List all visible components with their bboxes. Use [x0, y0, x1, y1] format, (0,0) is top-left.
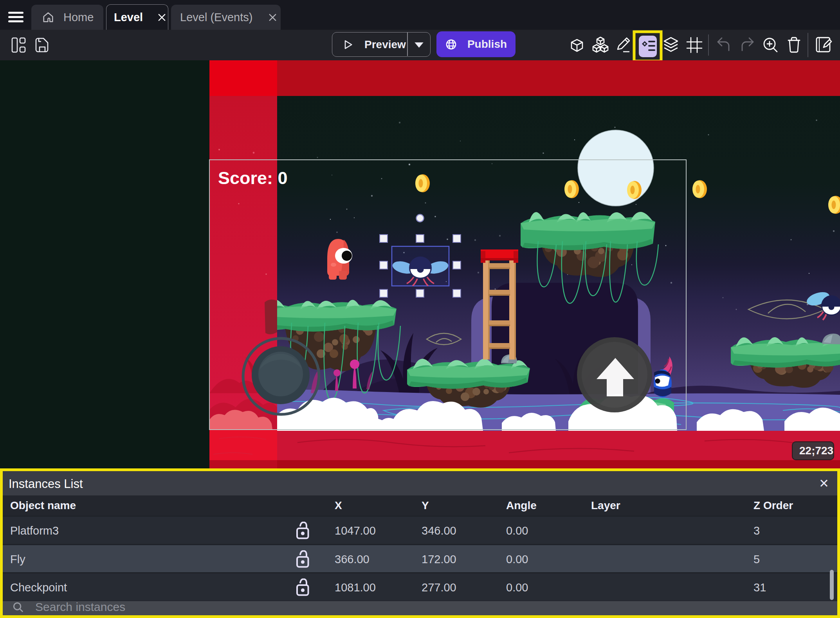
svg-text:22;723: 22;723	[799, 445, 833, 457]
svg-text:Score: 0: Score: 0	[218, 168, 288, 188]
